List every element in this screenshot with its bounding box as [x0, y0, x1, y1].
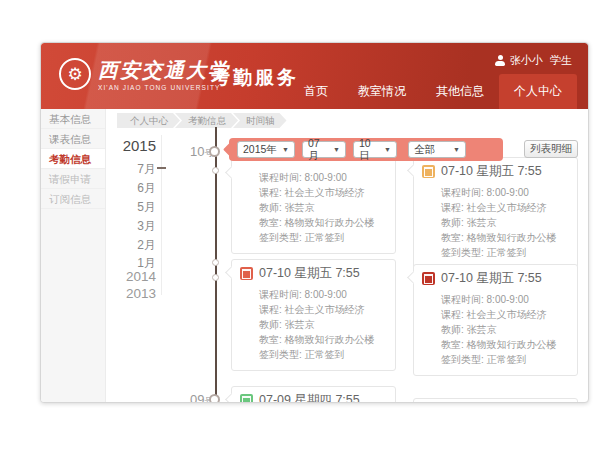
day-dropdown-value: 10日	[359, 137, 380, 163]
user-info[interactable]: 张小小 学生	[495, 53, 572, 68]
course-name: 课程: 社会主义市场经济	[259, 185, 387, 200]
card-date-title: 07-10 星期五 7:55	[259, 265, 360, 282]
signin-status-icon	[240, 394, 253, 403]
attendance-card: 课程时间: 8:00-9:00 课程: 社会主义市场经济 教师: 张芸京 教室:…	[231, 149, 396, 254]
user-role: 学生	[550, 53, 572, 68]
day-dropdown[interactable]: 10日 ▼	[353, 141, 397, 158]
signin-type: 签到类型: 正常签到	[441, 245, 569, 260]
breadcrumb: 个人中心 考勤信息 时间轴	[117, 113, 287, 128]
breadcrumb-item-attendance[interactable]: 考勤信息	[175, 113, 238, 128]
timeline-month-feb[interactable]: 2月	[81, 237, 156, 254]
teacher-name: 教师: 张芸京	[259, 200, 387, 215]
current-month-tick	[157, 167, 166, 169]
classroom: 教室: 格物致知行政办公楼	[441, 337, 569, 352]
sidebar-item-basic-info[interactable]: 基本信息	[41, 109, 105, 129]
timeline-day-node-10[interactable]	[209, 146, 220, 157]
card-date-title: 07-10 星期五 7:55	[441, 270, 542, 287]
card-date-title: 07-09 星期四 7:55	[259, 392, 360, 403]
breadcrumb-item-personal-center[interactable]: 个人中心	[117, 113, 180, 128]
course-time: 课程时间: 8:00-9:00	[441, 292, 569, 307]
card-details: 课程时间: 8:00-9:00 课程: 社会主义市场经济 教师: 张芸京 教室:…	[414, 289, 577, 375]
nav-item-classrooms[interactable]: 教室情况	[343, 83, 421, 100]
app-header: ⚙ 西安交通大学 XI'AN JIAO TONG UNIVERSITY 考勤服务…	[41, 43, 588, 109]
card-header: 07-10 星期五 7:55	[414, 158, 577, 182]
card-details: 课程时间: 8:00-9:00 课程: 社会主义市场经济 教师: 张芸京 教室:…	[232, 150, 395, 253]
page-background: ⚙ 西安交通大学 XI'AN JIAO TONG UNIVERSITY 考勤服务…	[0, 0, 600, 450]
attendance-card: 07-10 星期五 7:55 课程时间: 8:00-9:00 课程: 社会主义市…	[231, 259, 396, 371]
course-name: 课程: 社会主义市场经济	[259, 302, 387, 317]
attendance-card: 07-10 星期五 7:55 课程时间: 8:00-9:00 课程: 社会主义市…	[413, 157, 578, 269]
type-dropdown[interactable]: 全部 ▼	[408, 141, 466, 158]
breadcrumb-item-timeline[interactable]: 时间轴	[233, 113, 287, 128]
signin-status-icon	[422, 272, 435, 285]
university-logo: ⚙ 西安交通大学 XI'AN JIAO TONG UNIVERSITY	[59, 58, 230, 91]
attendance-card: 07-10 星期五 7:55 课程时间: 8:00-9:00 课程: 社会主义市…	[413, 264, 578, 376]
card-header: 07-10 星期五 7:55	[232, 260, 395, 284]
chevron-down-icon: ▼	[453, 146, 460, 153]
timeline-year-2014[interactable]: 2014	[81, 269, 156, 284]
year-dropdown[interactable]: 2015年 ▼	[237, 141, 295, 158]
card-details: 课程时间: 8:00-9:00 课程: 社会主义市场经济 教师: 张芸京 教室:…	[232, 284, 395, 370]
timeline-day-node-09[interactable]	[209, 394, 220, 403]
classroom: 教室: 格物致知行政办公楼	[441, 230, 569, 245]
timeline-month-jun[interactable]: 6月	[81, 180, 156, 197]
teacher-name: 教师: 张芸京	[441, 215, 569, 230]
signin-type: 签到类型: 正常签到	[259, 230, 387, 245]
chevron-down-icon: ▼	[333, 146, 340, 153]
chevron-down-icon: ▼	[384, 146, 391, 153]
day-number: 10	[190, 144, 204, 159]
card-date-title: 07-10 星期五 7:55	[441, 163, 542, 180]
course-time: 课程时间: 8:00-9:00	[441, 185, 569, 200]
year-dropdown-value: 2015年	[243, 143, 277, 157]
date-filter-bar: 2015年 ▼ 07月 ▼ 10日 ▼ 全部 ▼	[229, 138, 503, 161]
signin-status-icon	[240, 267, 253, 280]
course-name: 课程: 社会主义市场经济	[441, 307, 569, 322]
attendance-card	[413, 398, 578, 403]
signin-status-icon	[422, 165, 435, 178]
card-details: 课程时间: 8:00-9:00 课程: 社会主义市场经济 教师: 张芸京 教室:…	[414, 182, 577, 268]
timeline-event-node	[212, 274, 219, 281]
nav-item-home[interactable]: 首页	[289, 83, 343, 100]
month-dropdown-value: 07月	[308, 137, 329, 163]
timeline-event-node	[212, 167, 219, 174]
timeline-month-jul[interactable]: 7月	[81, 161, 156, 178]
attendance-card: 07-09 星期四 7:55	[231, 386, 396, 403]
month-dropdown[interactable]: 07月 ▼	[302, 141, 346, 158]
timeline-year-2013[interactable]: 2013	[81, 286, 156, 301]
list-detail-button[interactable]: 列表明细	[524, 140, 578, 158]
user-icon	[495, 55, 505, 66]
day-marker-label-09: 09号	[179, 392, 213, 403]
day-number: 09	[190, 392, 204, 403]
gear-emblem-icon: ⚙	[59, 58, 91, 90]
teacher-name: 教师: 张芸京	[259, 317, 387, 332]
teacher-name: 教师: 张芸京	[441, 322, 569, 337]
timeline-month-may[interactable]: 5月	[81, 199, 156, 216]
user-name: 张小小	[510, 53, 543, 68]
page-title: 考勤服务	[211, 65, 299, 91]
card-header: 07-09 星期四 7:55	[232, 387, 395, 403]
course-name: 课程: 社会主义市场经济	[441, 200, 569, 215]
nav-tab-personal-center[interactable]: 个人中心	[499, 74, 577, 109]
axis-divider-line	[161, 135, 162, 295]
timeline-year-2015[interactable]: 2015	[81, 137, 156, 154]
nav-item-other-info[interactable]: 其他信息	[421, 83, 499, 100]
course-time: 课程时间: 8:00-9:00	[259, 170, 387, 185]
classroom: 教室: 格物致知行政办公楼	[259, 215, 387, 230]
timeline-month-mar[interactable]: 3月	[81, 218, 156, 235]
course-time: 课程时间: 8:00-9:00	[259, 287, 387, 302]
filter-bar-notch	[223, 143, 236, 156]
signin-type: 签到类型: 正常签到	[441, 352, 569, 367]
day-marker-label-10: 10号	[179, 144, 213, 160]
main-nav: 首页 教室情况 其他信息 个人中心	[289, 74, 577, 109]
card-header: 07-10 星期五 7:55	[414, 265, 577, 289]
timeline-event-node	[212, 259, 219, 266]
app-window: ⚙ 西安交通大学 XI'AN JIAO TONG UNIVERSITY 考勤服务…	[40, 42, 589, 403]
chevron-down-icon: ▼	[282, 146, 289, 153]
signin-type: 签到类型: 正常签到	[259, 347, 387, 362]
classroom: 教室: 格物致知行政办公楼	[259, 332, 387, 347]
type-dropdown-value: 全部	[414, 143, 435, 157]
